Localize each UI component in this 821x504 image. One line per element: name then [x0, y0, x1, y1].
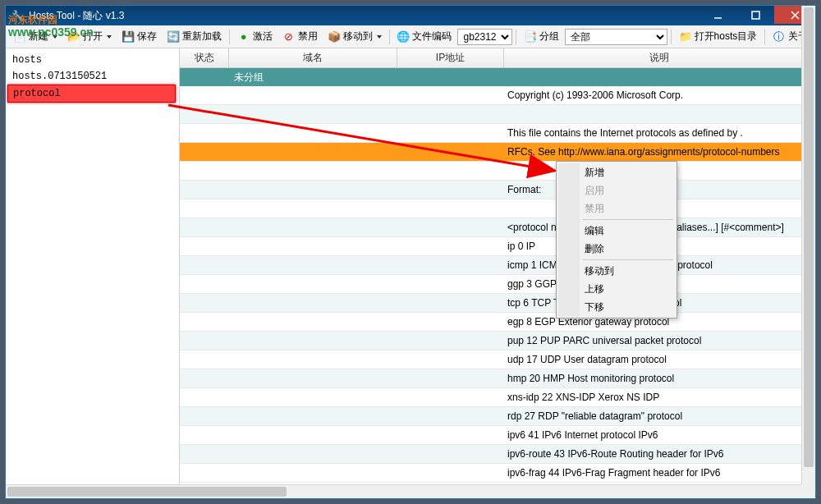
app-window: 🔧 Hosts Tool - 随心 v1.3 📄新建 📂打开 💾保存 🔄重新加载… — [5, 5, 816, 499]
menu-separator — [583, 259, 673, 260]
menu-item: 启用 — [558, 181, 675, 199]
menu-item[interactable]: 移动到 — [558, 262, 675, 280]
open-hosts-dir-button[interactable]: 📁打开hosts目录 — [675, 28, 762, 45]
titlebar[interactable]: 🔧 Hosts Tool - 随心 v1.3 — [6, 6, 815, 25]
separator — [516, 30, 516, 44]
col-status-header[interactable]: 状态 — [180, 48, 229, 67]
outer-h-scrollbar[interactable] — [6, 484, 801, 498]
group-label: 📑分组 — [520, 28, 563, 45]
sidebar-item[interactable]: protocol — [7, 85, 176, 103]
sidebar-item[interactable]: hosts — [7, 52, 177, 68]
separator — [671, 30, 672, 44]
menu-item: 禁用 — [558, 199, 675, 218]
folder-icon: 📁 — [679, 30, 692, 44]
folder-open-icon: 📂 — [67, 30, 80, 44]
block-icon: ⊘ — [282, 30, 296, 44]
chevron-down-icon — [107, 35, 112, 39]
svg-rect-1 — [752, 11, 759, 19]
row-desc: ipv6 41 IPv6 Internet protocol IPv6 — [504, 429, 815, 441]
content-area: 状态 域名 IP地址 说明 未分组 Copyright (c) 1993-200… — [180, 48, 815, 498]
col-ip-header[interactable]: IP地址 — [397, 48, 504, 67]
table-row[interactable]: Format: — [180, 181, 815, 199]
encoding-label: 🌐文件编码 — [392, 28, 456, 45]
row-desc: RFCs. See http://www.iana.org/assignment… — [504, 146, 815, 158]
context-menu: 新增启用禁用编辑删除移动到上移下移 — [556, 161, 677, 318]
separator — [389, 30, 390, 44]
move-icon: 📦 — [328, 30, 341, 44]
col-domain-header[interactable]: 域名 — [229, 48, 397, 67]
activate-button[interactable]: ●激活 — [233, 28, 277, 45]
col-desc-header[interactable]: 说明 — [504, 48, 815, 67]
chevron-down-icon — [53, 35, 57, 39]
info-icon: ⓘ — [773, 30, 786, 44]
table-row[interactable]: <protocol name> <assigned number> [alias… — [180, 218, 815, 237]
table-row[interactable]: xns-idp 22 XNS-IDP Xerox NS IDP — [180, 388, 815, 407]
row-desc: rdp 27 RDP "reliable datagram" protocol — [504, 410, 815, 422]
table-row[interactable]: egp 8 EGP Exterior gateway protocol — [180, 313, 815, 332]
table-row[interactable] — [180, 105, 815, 124]
table-row[interactable]: Copyright (c) 1993-2006 Microsoft Corp. — [180, 86, 815, 105]
table-row[interactable]: hmp 20 HMP Host monitoring protocol — [180, 369, 815, 388]
disable-button[interactable]: ⊘禁用 — [278, 28, 322, 45]
table-row[interactable]: This file contains the Internet protocol… — [180, 124, 815, 143]
table-row[interactable]: icmp 1 ICMP Internet control message pro… — [180, 256, 815, 275]
app-icon: 🔧 — [11, 9, 24, 22]
table-row[interactable]: ip 0 IP — [180, 237, 815, 256]
scrollbar-thumb[interactable] — [804, 7, 814, 467]
reload-icon: 🔄 — [167, 30, 180, 44]
table-row[interactable]: rdp 27 RDP "reliable datagram" protocol — [180, 407, 815, 426]
group-icon: 📑 — [524, 30, 537, 44]
new-button[interactable]: 📄新建 — [9, 28, 62, 45]
globe-icon: 🌐 — [397, 30, 410, 44]
maximize-button[interactable] — [736, 6, 774, 24]
table-row[interactable]: RFCs. See http://www.iana.org/assignment… — [180, 143, 815, 162]
menu-item[interactable]: 下移 — [558, 298, 675, 316]
row-desc: ipv6-frag 44 IPv6-Frag Fragment header f… — [504, 467, 815, 479]
table-row[interactable]: udp 17 UDP User datagram protocol — [180, 351, 815, 369]
open-button[interactable]: 📂打开 — [63, 28, 116, 45]
table-row[interactable] — [180, 199, 815, 218]
separator — [764, 30, 765, 44]
row-desc: This file contains the Internet protocol… — [504, 127, 815, 139]
table-row[interactable]: pup 12 PUP PARC universal packet protoco… — [180, 332, 815, 351]
menu-separator — [583, 219, 673, 220]
window-buttons — [699, 6, 815, 25]
outer-v-scrollbar[interactable] — [801, 6, 815, 498]
separator — [229, 30, 230, 44]
group-row[interactable]: 未分组 — [180, 68, 815, 86]
row-desc: hmp 20 HMP Host monitoring protocol — [504, 373, 815, 384]
reload-button[interactable]: 🔄重新加载 — [163, 28, 226, 45]
scroll-corner — [801, 484, 815, 498]
table-row[interactable]: ipv6 41 IPv6 Internet protocol IPv6 — [180, 426, 815, 445]
minimize-button[interactable] — [699, 6, 736, 24]
main-area: hostshosts.0713150521protocol 状态 域名 IP地址… — [6, 48, 815, 498]
sidebar: hostshosts.0713150521protocol — [6, 48, 180, 498]
moveto-button[interactable]: 📦移动到 — [323, 28, 386, 45]
table-row[interactable]: ggp 3 GGP Gateway-gateway protocol — [180, 275, 815, 294]
menu-item[interactable]: 新增 — [558, 163, 675, 181]
menu-item[interactable]: 编辑 — [558, 222, 675, 240]
table-row[interactable]: ipv6-frag 44 IPv6-Frag Fragment header f… — [180, 464, 815, 483]
row-desc: udp 17 UDP User datagram protocol — [504, 354, 815, 365]
menu-item[interactable]: 删除 — [558, 240, 675, 258]
sidebar-item[interactable]: hosts.0713150521 — [7, 68, 177, 85]
window-title: Hosts Tool - 随心 v1.3 — [29, 9, 699, 23]
table-row[interactable]: tcp 6 TCP Transmission control protocol — [180, 294, 815, 313]
save-icon: 💾 — [122, 30, 135, 44]
row-desc: xns-idp 22 XNS-IDP Xerox NS IDP — [504, 392, 815, 403]
menu-item[interactable]: 上移 — [558, 280, 675, 298]
row-desc: Copyright (c) 1993-2006 Microsoft Corp. — [504, 89, 815, 101]
row-desc: ipv6-route 43 IPv6-Route Routing header … — [504, 448, 815, 460]
grid-header: 状态 域名 IP地址 说明 — [180, 48, 815, 68]
encoding-select[interactable]: gb2312 — [457, 29, 512, 45]
table-row[interactable] — [180, 162, 815, 181]
check-icon: ● — [237, 30, 250, 44]
save-button[interactable]: 💾保存 — [117, 28, 161, 45]
row-desc: pup 12 PUP PARC universal packet protoco… — [504, 335, 815, 346]
table-row[interactable]: ipv6-route 43 IPv6-Route Routing header … — [180, 445, 815, 464]
chevron-down-icon — [377, 35, 382, 39]
grid-body[interactable]: 未分组 Copyright (c) 1993-2006 Microsoft Co… — [180, 68, 815, 498]
scrollbar-thumb[interactable] — [7, 487, 287, 497]
group-select[interactable]: 全部 — [565, 29, 667, 45]
file-icon: 📄 — [13, 30, 26, 44]
